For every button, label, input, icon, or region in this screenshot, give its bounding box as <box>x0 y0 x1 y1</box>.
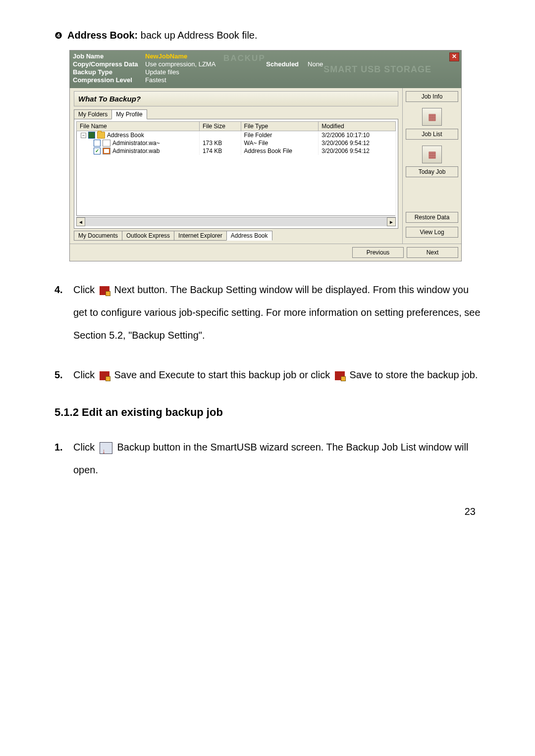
row2-size: 174 KB <box>199 147 241 155</box>
bullet4-label: Address Book: <box>67 30 138 41</box>
row2-modified: 3/20/2006 9:54:12 <box>319 147 396 155</box>
tree-collapse-icon[interactable]: − <box>81 133 86 138</box>
copy-compress-value: Use compression, LZMA <box>145 60 215 68</box>
step4-b: Next <box>114 284 134 295</box>
row2-type: Address Book File <box>241 147 319 155</box>
backup-app-window: ✕ BACKUP SMART USB STORAGE Job Name NewJ… <box>69 50 462 261</box>
close-icon[interactable]: ✕ <box>449 52 459 61</box>
step5-d: Save <box>349 369 372 380</box>
step1-d: Backup Job List <box>346 442 416 453</box>
scheduled-value: None <box>308 60 323 68</box>
row0-name: Address Book <box>107 132 144 139</box>
watermark-smart-usb: SMART USB STORAGE <box>323 64 431 75</box>
app-header: ✕ BACKUP SMART USB STORAGE Job Name NewJ… <box>70 50 461 88</box>
previous-button[interactable]: Previous <box>352 247 404 258</box>
tab-my-profile[interactable]: My Profile <box>111 109 147 119</box>
restore-data-button[interactable]: Restore Data <box>406 212 458 223</box>
compression-level-label: Compression Level <box>73 76 142 84</box>
scroll-left-icon[interactable]: ◄ <box>76 217 85 226</box>
scroll-right-icon[interactable]: ► <box>387 217 396 226</box>
page-number: 23 <box>54 506 481 517</box>
doc-bullet-4: ❹ Address Book: back up Address Book fil… <box>54 30 481 41</box>
step4-d: Backup Setting <box>190 284 257 295</box>
row1-name: Administrator.wa~ <box>112 140 160 147</box>
watermark-backup: BACKUP <box>223 53 266 63</box>
table-row[interactable]: Administrator.wab 174 KB Address Book Fi… <box>77 147 396 155</box>
doc-step-4: 4. Click Next button. The Backup Setting… <box>54 278 481 347</box>
today-job-icon[interactable]: ▦ <box>422 146 442 163</box>
wab-file-icon <box>103 148 110 154</box>
col-file-name[interactable]: File Name <box>77 122 200 131</box>
step1-b: Backup <box>117 442 150 453</box>
horizontal-scrollbar[interactable]: ◄ ► <box>76 217 396 226</box>
step5-e: to store the backup job. <box>375 369 478 380</box>
col-file-type[interactable]: File Type <box>241 122 319 131</box>
step5-c: to start this backup job or click <box>197 369 332 380</box>
job-info-icon[interactable]: ▦ <box>422 108 442 126</box>
row0-type: File Folder <box>241 131 319 140</box>
checkbox-checked[interactable] <box>94 148 101 154</box>
file-icon <box>103 140 110 147</box>
row1-modified: 3/20/2006 9:54:12 <box>319 139 396 147</box>
job-list-button[interactable]: Job List <box>406 129 458 140</box>
step1-c: button in the SmartUSB wizard screen. Th… <box>153 442 346 453</box>
tab-my-folders[interactable]: My Folders <box>74 109 112 119</box>
table-row[interactable]: − Address Book File Folder 3/2/2006 10:1… <box>77 131 396 140</box>
step5-a: Click <box>73 369 98 380</box>
folder-icon <box>97 132 105 139</box>
save-inline-icon <box>335 371 345 380</box>
scheduled-label: Scheduled <box>266 60 299 68</box>
job-name-value: NewJobName <box>145 52 187 60</box>
col-file-size[interactable]: File Size <box>199 122 241 131</box>
job-info-button[interactable]: Job Info <box>406 91 458 102</box>
tab-my-documents[interactable]: My Documents <box>74 231 122 241</box>
row1-size: 173 KB <box>199 139 241 147</box>
step4-number: 4. <box>54 278 66 347</box>
section-5-1-2-heading: 5.1.2 Edit an existing backup job <box>54 406 481 419</box>
row0-modified: 3/2/2006 10:17:10 <box>319 131 396 140</box>
table-row[interactable]: Administrator.wa~ 173 KB WA~ File 3/20/2… <box>77 139 396 147</box>
step1-number: 1. <box>54 436 66 481</box>
step4-c: button. The <box>137 284 190 295</box>
compression-level-value: Fastest <box>145 76 166 84</box>
job-name-label: Job Name <box>73 52 142 60</box>
step4-a: Click <box>73 284 98 295</box>
bullet-icon: ❹ <box>54 30 62 41</box>
step5-number: 5. <box>54 363 66 386</box>
bullet4-text: back up Address Book file. <box>138 30 257 41</box>
doc-step-5: 5. Click Save and Execute to start this … <box>54 363 481 386</box>
tab-address-book[interactable]: Address Book <box>226 231 272 241</box>
panel-title: What To Backup? <box>74 91 398 106</box>
copy-compress-label: Copy/Compress Data <box>73 60 142 68</box>
save-execute-inline-icon <box>100 371 109 380</box>
view-log-button[interactable]: View Log <box>406 227 458 238</box>
checkbox-partial[interactable] <box>88 132 95 139</box>
row0-size <box>199 131 241 140</box>
backup-type-value: Update files <box>145 68 179 76</box>
today-job-button[interactable]: Today Job <box>406 166 458 177</box>
row1-type: WA~ File <box>241 139 319 147</box>
next-inline-icon <box>100 286 109 295</box>
backup-inline-icon <box>100 442 112 454</box>
step5-b: Save and Execute <box>114 369 194 380</box>
file-table: File Name File Size File Type Modified − <box>76 121 396 216</box>
tab-outlook-express[interactable]: Outlook Express <box>122 231 174 241</box>
doc-step-1: 1. Click Backup button in the SmartUSB w… <box>54 436 481 481</box>
tab-internet-explorer[interactable]: Internet Explorer <box>174 231 227 241</box>
row2-name: Administrator.wab <box>112 148 160 154</box>
step4-e: window will be displayed. From this wind… <box>73 284 481 341</box>
step1-a: Click <box>73 442 98 453</box>
checkbox-unchecked[interactable] <box>94 140 101 147</box>
col-modified[interactable]: Modified <box>319 122 396 131</box>
backup-type-label: Backup Type <box>73 68 142 76</box>
next-button[interactable]: Next <box>407 247 458 258</box>
